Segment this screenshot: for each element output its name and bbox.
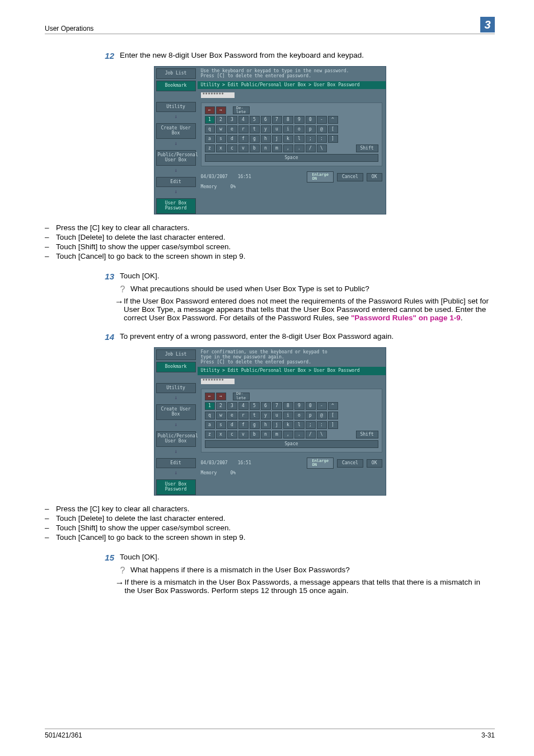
key[interactable]: 6 [261, 116, 271, 124]
key[interactable]: 0 [306, 116, 316, 124]
key[interactable]: 3 [227, 116, 237, 124]
key[interactable]: 8 [283, 116, 293, 124]
key[interactable]: p [306, 412, 316, 419]
key[interactable]: d [227, 135, 237, 143]
key[interactable]: k [283, 421, 293, 429]
ok-button[interactable]: OK [367, 459, 382, 468]
key[interactable]: @ [317, 125, 327, 133]
key[interactable]: e [227, 412, 237, 419]
key[interactable]: 7 [272, 402, 282, 410]
key-delete[interactable]: De- lete [233, 106, 250, 114]
key[interactable]: \ [317, 144, 327, 152]
key[interactable]: \ [317, 431, 327, 438]
key[interactable]: x [216, 431, 226, 438]
key-arrow-left-icon[interactable]: ← [205, 106, 215, 114]
key[interactable]: j [272, 135, 282, 143]
side-user-box-password[interactable]: User Box Password [156, 479, 196, 495]
key[interactable]: c [227, 144, 237, 152]
key[interactable]: ; [306, 421, 316, 429]
key[interactable]: [ [328, 412, 338, 419]
key[interactable]: 4 [238, 116, 249, 124]
password-field[interactable]: ******** [201, 379, 235, 384]
key[interactable]: l [294, 135, 305, 143]
key[interactable]: 9 [294, 402, 305, 410]
key[interactable]: v [238, 431, 249, 438]
key[interactable]: w [216, 125, 226, 133]
key[interactable]: . [294, 144, 305, 152]
side-utility[interactable]: Utility [156, 383, 196, 394]
key[interactable]: t [250, 412, 260, 419]
key[interactable]: r [238, 412, 249, 419]
enlarge-button[interactable]: Enlarge ON [307, 171, 334, 183]
side-utility[interactable]: Utility [156, 102, 196, 113]
key-shift[interactable]: Shift [356, 431, 378, 438]
key[interactable]: y [261, 412, 271, 419]
ok-button[interactable]: OK [367, 173, 382, 181]
key[interactable]: ; [306, 135, 316, 143]
key[interactable]: h [261, 135, 271, 143]
side-bookmark[interactable]: Bookmark [156, 81, 196, 91]
key[interactable]: 2 [216, 402, 226, 410]
key[interactable]: u [272, 412, 282, 419]
key[interactable]: m [272, 144, 282, 152]
key[interactable]: - [317, 402, 327, 410]
key-arrow-left-icon[interactable]: ← [205, 393, 215, 400]
password-field[interactable]: ******** [201, 92, 235, 98]
key[interactable]: v [238, 144, 249, 152]
side-create-user-box[interactable]: Create User Box [156, 404, 196, 420]
key[interactable]: b [250, 431, 260, 438]
key[interactable]: 8 [283, 402, 293, 410]
key[interactable]: e [227, 125, 237, 133]
key[interactable]: g [250, 421, 260, 429]
key[interactable]: / [306, 431, 316, 438]
password-rules-link[interactable]: "Password Rules" on page 1-9 [351, 314, 461, 322]
key[interactable]: h [261, 421, 271, 429]
key[interactable]: : [317, 135, 327, 143]
side-job-list[interactable]: Job List [156, 68, 196, 79]
key[interactable]: x [216, 144, 226, 152]
key[interactable]: [ [328, 125, 338, 133]
key[interactable]: - [317, 116, 327, 124]
key[interactable]: . [294, 431, 305, 438]
key[interactable]: p [306, 125, 316, 133]
key[interactable]: n [261, 431, 271, 438]
key[interactable]: 4 [238, 402, 249, 410]
key[interactable]: z [205, 431, 215, 438]
key[interactable]: a [205, 421, 215, 429]
key[interactable]: w [216, 412, 226, 419]
key-shift[interactable]: Shift [356, 144, 378, 152]
key[interactable]: o [294, 412, 305, 419]
key[interactable]: u [272, 125, 282, 133]
side-bookmark[interactable]: Bookmark [156, 362, 196, 372]
key[interactable]: ^ [328, 116, 338, 124]
key[interactable]: f [238, 421, 249, 429]
key[interactable]: k [283, 135, 293, 143]
key[interactable]: z [205, 144, 215, 152]
key[interactable]: 5 [250, 402, 260, 410]
side-public-personal[interactable]: Public/Personal User Box [156, 431, 196, 447]
side-edit[interactable]: Edit [156, 458, 196, 469]
key[interactable]: r [238, 125, 249, 133]
key[interactable]: , [283, 431, 293, 438]
key[interactable]: i [283, 412, 293, 419]
key[interactable]: c [227, 431, 237, 438]
key-arrow-right-icon[interactable]: → [216, 106, 226, 114]
key[interactable]: ] [328, 421, 338, 429]
key[interactable]: s [216, 135, 226, 143]
key[interactable]: f [238, 135, 249, 143]
key[interactable]: 6 [261, 402, 271, 410]
key[interactable]: q [205, 125, 215, 133]
key[interactable]: 5 [250, 116, 260, 124]
key-space[interactable]: Space [205, 440, 378, 448]
key[interactable]: m [272, 431, 282, 438]
key[interactable]: 3 [227, 402, 237, 410]
side-job-list[interactable]: Job List [156, 349, 196, 360]
key[interactable]: j [272, 421, 282, 429]
key[interactable]: ^ [328, 402, 338, 410]
key[interactable]: @ [317, 412, 327, 419]
cancel-button[interactable]: Cancel [337, 173, 363, 181]
key[interactable]: 1 [205, 402, 215, 410]
key-space[interactable]: Space [205, 154, 378, 162]
side-create-user-box[interactable]: Create User Box [156, 123, 196, 139]
key[interactable]: o [294, 125, 305, 133]
